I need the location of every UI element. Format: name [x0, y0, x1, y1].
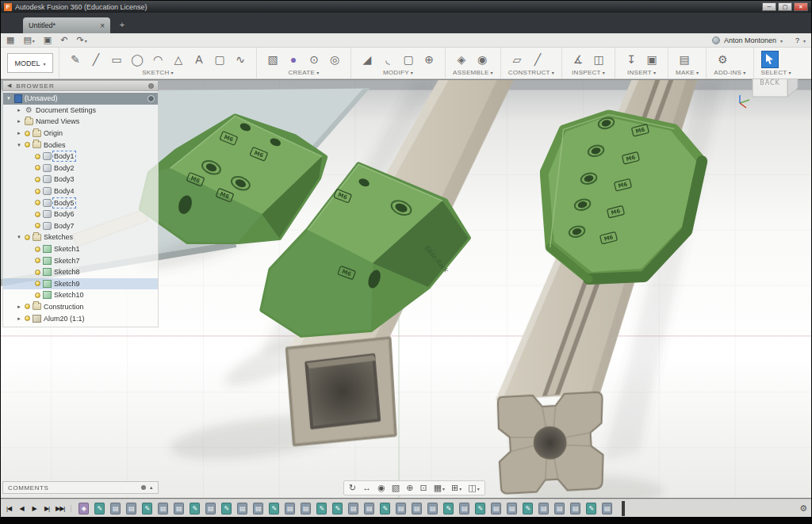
browser-item-sketch7[interactable]: Sketch7: [3, 254, 158, 266]
zoom-icon[interactable]: ⊕: [406, 484, 413, 492]
sketch-feature-icon[interactable]: ✎: [94, 503, 105, 514]
grid-settings-icon[interactable]: ⊞: [451, 484, 462, 492]
visibility-bulb-icon[interactable]: [35, 258, 40, 263]
feature-feature-icon[interactable]: ▤: [285, 503, 295, 514]
spline-icon[interactable]: ∿: [232, 51, 249, 68]
close-button[interactable]: ✕: [794, 2, 808, 11]
box-icon[interactable]: ▧: [264, 51, 282, 68]
press-pull-icon[interactable]: ◢: [358, 51, 376, 68]
construction-axis-icon[interactable]: ╱: [529, 51, 546, 68]
viewports-icon[interactable]: ◫: [468, 484, 479, 492]
visibility-bulb-icon[interactable]: [35, 293, 40, 298]
minimize-button[interactable]: ─: [762, 2, 776, 11]
browser-item-unsaved[interactable]: ▾(Unsaved): [3, 93, 158, 105]
feature-feature-icon[interactable]: ▤: [110, 503, 121, 514]
ribbon-group-label[interactable]: MAKE: [676, 69, 699, 76]
ribbon-group-label[interactable]: SKETCH: [67, 69, 249, 76]
step-back-button[interactable]: ◀: [17, 505, 25, 512]
fillet-icon[interactable]: ◟: [379, 51, 396, 68]
browser-item-sketches[interactable]: ▾Sketches: [3, 231, 158, 243]
play-button[interactable]: ▶: [30, 505, 38, 512]
visibility-bulb-icon[interactable]: [35, 200, 40, 205]
3d-print-icon[interactable]: ▤: [676, 51, 693, 68]
feature-feature-icon[interactable]: ▤: [237, 503, 247, 514]
collapse-panel-icon[interactable]: ◀: [7, 82, 12, 89]
expander-icon[interactable]: ▸: [16, 316, 22, 322]
sketch-feature-icon[interactable]: ✎: [269, 503, 279, 514]
sketch-feature-icon[interactable]: ✎: [190, 503, 200, 514]
ribbon-group-label[interactable]: CREATE: [264, 69, 343, 76]
browser-item-sketch1[interactable]: Sketch1: [3, 243, 158, 255]
browser-item-bodies[interactable]: ▾Bodies: [3, 139, 158, 151]
visibility-bulb-icon[interactable]: [35, 189, 40, 194]
new-tab-button[interactable]: +: [117, 20, 128, 31]
save-icon[interactable]: ▣: [44, 36, 52, 44]
browser-item-origin[interactable]: ▸Origin: [3, 128, 158, 140]
sketch-feature-icon[interactable]: ✎: [443, 503, 454, 514]
feature-feature-icon[interactable]: ▤: [427, 503, 438, 514]
polygon-icon[interactable]: △: [170, 51, 187, 68]
user-avatar-icon[interactable]: [712, 36, 720, 44]
browser-header[interactable]: ◀ BROWSER: [2, 80, 159, 91]
sketch-feature-icon[interactable]: ✎: [221, 503, 232, 514]
feature-feature-icon[interactable]: ▤: [554, 503, 565, 514]
create-form-icon[interactable]: ●: [285, 51, 302, 68]
browser-item-sketch10[interactable]: Sketch10: [3, 289, 158, 301]
browser-item-sketch8[interactable]: Sketch8: [3, 266, 158, 278]
visibility-bulb-icon[interactable]: [25, 131, 30, 136]
step-forward-button[interactable]: ▶|: [43, 505, 51, 512]
section-analysis-icon[interactable]: ◫: [590, 51, 607, 68]
orbit-icon[interactable]: ↻: [349, 484, 356, 492]
look-at-icon[interactable]: ◉: [377, 484, 385, 492]
timeline-playhead[interactable]: [622, 501, 625, 516]
visibility-bulb-icon[interactable]: [35, 154, 40, 159]
expander-icon[interactable]: ▸: [16, 304, 22, 310]
insert-mesh-icon[interactable]: ↧: [622, 51, 640, 68]
sketch-feature-icon[interactable]: ✎: [142, 503, 152, 514]
combine-icon[interactable]: ⊕: [420, 51, 438, 68]
feature-feature-icon[interactable]: ▤: [126, 503, 136, 514]
feature-feature-icon[interactable]: ▤: [570, 503, 580, 514]
feature-feature-icon[interactable]: ▤: [158, 503, 168, 514]
browser-item-body1[interactable]: Body1: [3, 151, 158, 163]
document-tab[interactable]: Untitled* ×: [23, 17, 110, 33]
slot-icon[interactable]: ▢: [211, 51, 228, 68]
feature-feature-icon[interactable]: ▤: [348, 503, 358, 514]
zoom-window-icon[interactable]: ▧: [392, 484, 400, 492]
cylinder-icon[interactable]: ⊙: [305, 51, 323, 68]
browser-item-body5[interactable]: Body5: [3, 197, 158, 208]
sketch-feature-icon[interactable]: ✎: [523, 503, 533, 514]
feature-feature-icon[interactable]: ▤: [538, 503, 549, 514]
comments-bar[interactable]: COMMENTS ▴: [2, 481, 159, 494]
browser-item-body6[interactable]: Body6: [3, 208, 158, 220]
file-menu-icon[interactable]: ▤: [23, 36, 34, 44]
visibility-bulb-icon[interactable]: [25, 235, 30, 240]
ribbon-group-label[interactable]: INSERT: [622, 69, 661, 76]
ribbon-group-label[interactable]: SELECT: [761, 69, 791, 76]
ribbon-group-label[interactable]: CONSTRUCT: [508, 69, 554, 76]
scripts-addins-icon[interactable]: ⚙: [714, 51, 731, 68]
user-menu-caret-icon[interactable]: [780, 36, 783, 44]
visibility-bulb-icon[interactable]: [35, 212, 40, 217]
visibility-bulb-icon[interactable]: [35, 223, 40, 228]
feature-feature-icon[interactable]: ▤: [491, 503, 501, 514]
feature-feature-icon[interactable]: ▤: [602, 503, 612, 514]
sketch-feature-icon[interactable]: ✎: [332, 503, 343, 514]
visibility-bulb-icon[interactable]: [35, 165, 40, 170]
feature-feature-icon[interactable]: ▤: [301, 503, 311, 514]
visibility-bulb-icon[interactable]: [25, 142, 30, 147]
select-cursor-icon[interactable]: [761, 51, 779, 68]
user-name[interactable]: Anton Montonen: [724, 36, 776, 44]
expander-icon[interactable]: ▾: [16, 234, 22, 240]
decal-icon[interactable]: ▣: [643, 51, 661, 68]
create-sketch-icon[interactable]: ✎: [67, 51, 84, 68]
viewcube-face-label[interactable]: BACK: [760, 79, 780, 86]
go-to-end-button[interactable]: ▶▶|: [56, 505, 64, 512]
sketch-feature-icon[interactable]: ✎: [586, 503, 596, 514]
go-to-start-button[interactable]: |◀: [5, 505, 13, 512]
ribbon-group-label[interactable]: MODIFY: [358, 69, 438, 76]
redo-icon[interactable]: ↷: [76, 36, 86, 44]
feature-feature-icon[interactable]: ▤: [364, 503, 374, 514]
ribbon-group-label[interactable]: ADD-INS: [714, 69, 745, 76]
feature-feature-icon[interactable]: ▤: [205, 503, 216, 514]
